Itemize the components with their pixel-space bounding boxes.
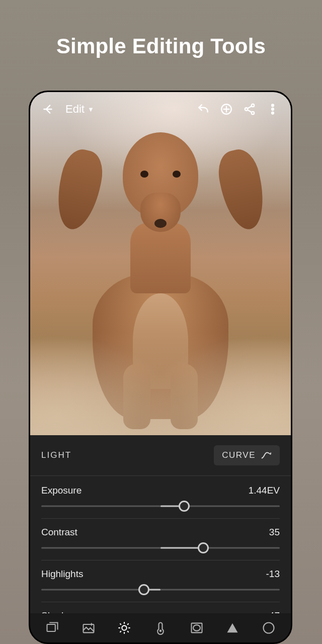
lens-icon — [262, 621, 276, 635]
more-vertical-icon — [266, 103, 279, 116]
tool-library[interactable] — [41, 617, 63, 639]
svg-rect-7 — [47, 624, 55, 631]
top-toolbar: Edit ▼ — [30, 92, 291, 126]
tool-color[interactable] — [149, 617, 172, 639]
add-button[interactable] — [217, 100, 235, 118]
image-sparkle-icon — [82, 621, 96, 635]
curve-button[interactable]: CURVE — [214, 445, 280, 465]
contrast-slider[interactable] — [41, 542, 280, 554]
exposure-slider-thumb[interactable] — [179, 501, 190, 512]
back-button[interactable] — [39, 100, 57, 118]
exposure-label: Exposure — [41, 485, 82, 496]
photo-canvas[interactable]: Edit ▼ — [30, 92, 291, 435]
svg-point-4 — [272, 104, 274, 106]
phone-frame: Edit ▼ LIGHT — [29, 91, 292, 644]
undo-button[interactable] — [194, 100, 212, 118]
vignette-icon — [190, 621, 204, 635]
more-button[interactable] — [264, 100, 282, 118]
highlights-value: -13 — [266, 569, 280, 580]
share-button[interactable] — [240, 100, 259, 118]
mode-label: Edit — [65, 103, 85, 116]
brightness-icon — [117, 621, 131, 635]
highlights-slider-thumb[interactable] — [138, 584, 149, 595]
highlights-slider[interactable] — [41, 584, 280, 596]
exposure-value: 1.44EV — [249, 485, 280, 496]
library-icon — [45, 621, 59, 635]
mode-dropdown[interactable]: Edit ▼ — [65, 103, 94, 116]
tool-light[interactable] — [113, 617, 135, 639]
plus-circle-icon — [220, 103, 233, 116]
curve-icon — [261, 451, 272, 459]
promo-title: Simple Editing Tools — [0, 0, 322, 58]
tool-detail[interactable] — [221, 617, 244, 639]
undo-icon — [197, 103, 210, 116]
tool-optics[interactable] — [258, 617, 280, 639]
highlights-label: Highlights — [41, 569, 83, 580]
svg-point-12 — [193, 625, 200, 631]
chevron-down-icon: ▼ — [88, 106, 94, 113]
thermometer-icon — [153, 621, 168, 635]
tool-tray — [30, 613, 291, 642]
triangle-icon — [225, 621, 239, 635]
exposure-slider[interactable] — [41, 500, 280, 512]
photo-subject-dog — [75, 132, 246, 414]
svg-point-6 — [272, 112, 274, 114]
svg-point-9 — [122, 625, 127, 630]
tool-presets[interactable] — [77, 617, 100, 639]
contrast-row: Contrast 35 — [41, 522, 280, 560]
tool-effects[interactable] — [186, 617, 208, 639]
light-panel: LIGHT CURVE Exposure 1.44EV — [30, 435, 291, 642]
curve-label: CURVE — [222, 450, 256, 460]
exposure-row: Exposure 1.44EV — [41, 480, 280, 519]
contrast-value: 35 — [269, 527, 280, 538]
highlights-row: Highlights -13 — [41, 564, 280, 602]
contrast-label: Contrast — [41, 527, 77, 538]
share-icon — [243, 103, 256, 116]
svg-point-10 — [159, 630, 162, 632]
svg-point-5 — [272, 108, 274, 110]
contrast-slider-thumb[interactable] — [198, 542, 209, 553]
back-arrow-icon — [42, 103, 55, 116]
panel-title: LIGHT — [41, 450, 71, 460]
svg-point-13 — [264, 623, 274, 633]
